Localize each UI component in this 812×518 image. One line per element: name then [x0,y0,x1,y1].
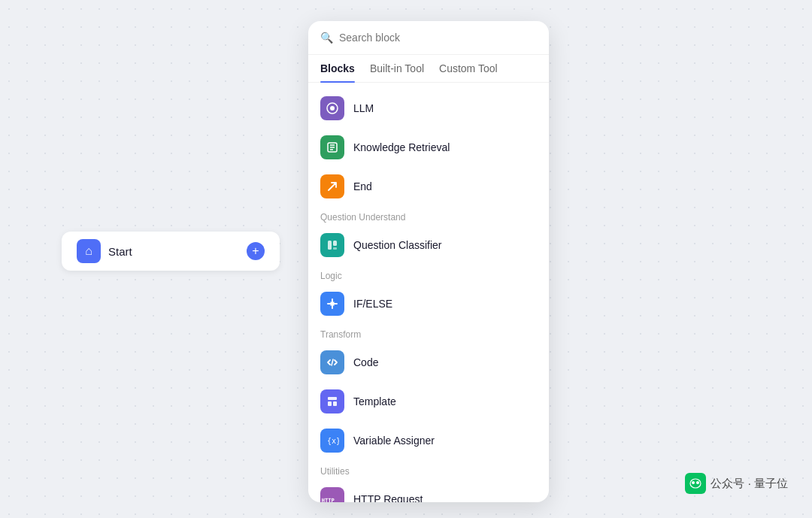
svg-text:HTTP: HTTP [322,497,335,502]
block-name-end: End [353,180,372,192]
tab-builtin-tool[interactable]: Built-in Tool [370,55,424,82]
block-list: LLM Knowledge Retrieval End Ques [308,83,549,502]
wechat-icon [685,473,706,494]
block-name-code: Code [353,356,378,368]
start-node: ⌂ Start + [62,232,280,271]
block-name-variable: Variable Assigner [353,435,435,447]
watermark-text: 公众号 · 量子位 [710,477,788,491]
list-item[interactable]: Template [308,382,549,421]
block-name-template: Template [353,395,396,407]
svg-rect-11 [328,401,332,406]
svg-point-1 [330,106,335,111]
search-input[interactable] [339,32,537,44]
list-item[interactable]: {x} Variable Assigner [308,421,549,460]
end-icon [320,174,344,198]
block-name-llm: LLM [353,102,374,114]
section-header-transform: Transform [308,323,549,343]
svg-rect-10 [328,397,337,400]
svg-rect-6 [328,241,332,250]
block-name-knowledge: Knowledge Retrieval [353,141,450,153]
tab-custom-tool[interactable]: Custom Tool [439,55,498,82]
ifelse-icon [320,292,344,316]
search-icon: 🔍 [320,32,333,44]
classifier-icon [320,233,344,257]
block-name-http: HTTP Request [353,493,423,502]
code-icon [320,350,344,374]
knowledge-icon [320,135,344,159]
svg-rect-7 [333,241,337,246]
home-icon: ⌂ [77,239,101,263]
llm-icon [320,96,344,120]
list-item[interactable]: Question Classifier [308,226,549,265]
template-icon [320,389,344,413]
section-header-utilities: Utilities [308,460,549,480]
start-node-left: ⌂ Start [77,239,132,263]
block-name-ifelse: IF/ELSE [353,298,392,310]
block-name-classifier: Question Classifier [353,239,442,251]
search-panel: 🔍 Blocks Built-in Tool Custom Tool LLM [308,21,549,502]
start-label: Start [108,245,132,258]
watermark: 公众号 · 量子位 [685,473,788,494]
tabs-bar: Blocks Built-in Tool Custom Tool [308,55,549,83]
svg-rect-8 [333,247,337,250]
list-item[interactable]: IF/ELSE [308,284,549,323]
svg-point-15 [692,481,695,484]
list-item[interactable]: Code [308,343,549,382]
http-icon: HTTP [320,487,344,502]
list-item[interactable]: LLM [308,89,549,128]
list-item[interactable]: End [308,167,549,206]
section-header-logic: Logic [308,265,549,284]
section-header-question: Question Understand [308,206,549,226]
tab-blocks[interactable]: Blocks [320,55,355,82]
svg-text:{x}: {x} [327,437,339,445]
svg-point-17 [690,479,701,488]
list-item[interactable]: HTTP HTTP Request [308,480,549,502]
svg-line-9 [332,359,333,365]
variable-icon: {x} [320,429,344,453]
list-item[interactable]: Knowledge Retrieval [308,128,549,167]
add-node-button[interactable]: + [247,242,265,260]
svg-point-16 [696,481,699,484]
svg-rect-12 [333,401,337,406]
search-box: 🔍 [308,21,549,55]
